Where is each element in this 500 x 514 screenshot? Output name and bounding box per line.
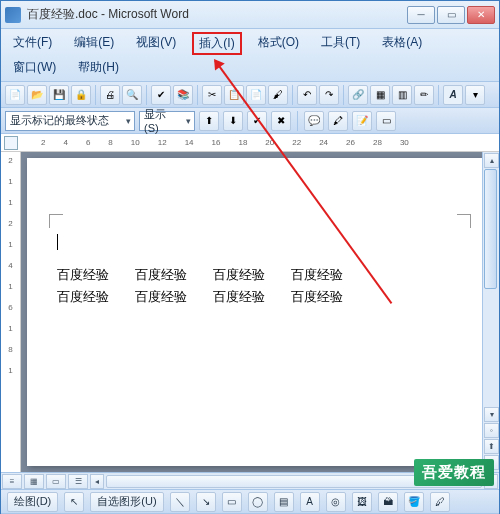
menu-window[interactable]: 窗口(W) (7, 57, 62, 78)
picture-icon[interactable]: 🏔 (378, 492, 398, 512)
separator (146, 85, 147, 105)
drawing-icon[interactable]: ✏ (414, 85, 434, 105)
reviewing-toolbar: 显示标记的最终状态 显示(S) ⬆ ⬇ ✔ ✖ 💬 🖍 📝 ▭ (1, 108, 499, 134)
display-mode-label: 显示标记的最终状态 (10, 113, 109, 128)
research-icon[interactable]: 📚 (173, 85, 193, 105)
minimize-button[interactable]: ─ (407, 6, 435, 24)
horizontal-ruler[interactable]: 246 81012 141618 202224 262830 (1, 134, 499, 152)
font-style-icon[interactable]: A (443, 85, 463, 105)
autoshapes-menu[interactable]: 自选图形(U) (90, 492, 163, 512)
display-mode-combo[interactable]: 显示标记的最终状态 (5, 111, 135, 131)
wordart-icon[interactable]: A (300, 492, 320, 512)
menu-view[interactable]: 视图(V) (130, 32, 182, 55)
menu-edit[interactable]: 编辑(E) (68, 32, 120, 55)
redo-icon[interactable]: ↷ (319, 85, 339, 105)
document-page[interactable]: 百度经验百度经验百度经验百度经验 百度经验百度经验百度经验百度经验 (27, 158, 493, 466)
menu-table[interactable]: 表格(A) (376, 32, 428, 55)
clipart-icon[interactable]: 🖼 (352, 492, 372, 512)
text-row: 百度经验百度经验百度经验百度经验 (57, 264, 463, 286)
select-objects-icon[interactable]: ↖ (64, 492, 84, 512)
ruler-ticks: 246 81012 141618 202224 262830 (31, 138, 499, 147)
outline-view-icon[interactable]: ☰ (68, 474, 88, 489)
document-area: 211 214 161 81 百度经验百度经验百度经验百度经验 百度经验百度经验… (1, 152, 499, 472)
show-combo[interactable]: 显示(S) (139, 111, 195, 131)
prev-page-icon[interactable]: ⬆ (484, 439, 499, 454)
next-change-icon[interactable]: ⬇ (223, 111, 243, 131)
margin-mark-top-right (457, 214, 471, 228)
arrow-icon[interactable]: ↘ (196, 492, 216, 512)
line-color-icon[interactable]: 🖊 (430, 492, 450, 512)
line-icon[interactable]: ＼ (170, 492, 190, 512)
vertical-scrollbar[interactable]: ▴ ▾ ◦ ⬆ ⬇ (482, 152, 499, 472)
word-app-icon (5, 7, 21, 23)
spellcheck-icon[interactable]: ✔ (151, 85, 171, 105)
undo-icon[interactable]: ↶ (297, 85, 317, 105)
menu-help[interactable]: 帮助(H) (72, 57, 125, 78)
chevron-down-icon[interactable]: ▾ (465, 85, 485, 105)
menu-format[interactable]: 格式(O) (252, 32, 305, 55)
show-label: 显示(S) (144, 107, 178, 134)
prev-change-icon[interactable]: ⬆ (199, 111, 219, 131)
menu-file[interactable]: 文件(F) (7, 32, 58, 55)
titlebar: 百度经验.doc - Microsoft Word ─ ▭ ✕ (1, 1, 499, 29)
menubar: 文件(F) 编辑(E) 视图(V) 插入(I) 格式(O) 工具(T) 表格(A… (1, 29, 499, 82)
track-changes-icon[interactable]: 📝 (352, 111, 372, 131)
menu-insert[interactable]: 插入(I) (192, 32, 241, 55)
separator (95, 85, 96, 105)
close-button[interactable]: ✕ (467, 6, 495, 24)
permissions-icon[interactable]: 🔒 (71, 85, 91, 105)
hyperlink-icon[interactable]: 🔗 (348, 85, 368, 105)
drawing-toolbar: 绘图(D) ↖ 自选图形(U) ＼ ↘ ▭ ◯ ▤ A ◎ 🖼 🏔 🪣 🖊 (1, 489, 499, 513)
text-cursor (57, 234, 58, 250)
ruler-corner (4, 136, 18, 150)
document-text: 百度经验百度经验百度经验百度经验 百度经验百度经验百度经验百度经验 (57, 264, 463, 308)
draw-menu[interactable]: 绘图(D) (7, 492, 58, 512)
oval-icon[interactable]: ◯ (248, 492, 268, 512)
rectangle-icon[interactable]: ▭ (222, 492, 242, 512)
reviewing-pane-icon[interactable]: ▭ (376, 111, 396, 131)
print-icon[interactable]: 🖨 (100, 85, 120, 105)
word-window: 百度经验.doc - Microsoft Word ─ ▭ ✕ 文件(F) 编辑… (0, 0, 500, 514)
print-view-icon[interactable]: ▭ (46, 474, 66, 489)
standard-toolbar: 📄 📂 💾 🔒 🖨 🔍 ✔ 📚 ✂ 📋 📄 🖌 ↶ ↷ 🔗 ▦ ▥ ✏ A ▾ (1, 82, 499, 108)
save-icon[interactable]: 💾 (49, 85, 69, 105)
window-controls: ─ ▭ ✕ (407, 6, 495, 24)
browse-object-icon[interactable]: ◦ (484, 423, 499, 438)
scroll-up-icon[interactable]: ▴ (484, 153, 499, 168)
comment-icon[interactable]: 💬 (304, 111, 324, 131)
margin-mark-top-left (49, 214, 63, 228)
textbox-icon[interactable]: ▤ (274, 492, 294, 512)
separator (438, 85, 439, 105)
new-doc-icon[interactable]: 📄 (5, 85, 25, 105)
separator (197, 85, 198, 105)
web-view-icon[interactable]: ▦ (24, 474, 44, 489)
columns-icon[interactable]: ▥ (392, 85, 412, 105)
format-painter-icon[interactable]: 🖌 (268, 85, 288, 105)
separator (292, 85, 293, 105)
fill-color-icon[interactable]: 🪣 (404, 492, 424, 512)
watermark-logo: 吾爱教程 (414, 459, 494, 486)
scrollbar-thumb[interactable] (484, 169, 497, 289)
table-icon[interactable]: ▦ (370, 85, 390, 105)
menu-tools[interactable]: 工具(T) (315, 32, 366, 55)
vertical-ruler[interactable]: 211 214 161 81 (1, 152, 21, 472)
separator (297, 111, 298, 131)
scroll-down-icon[interactable]: ▾ (484, 407, 499, 422)
preview-icon[interactable]: 🔍 (122, 85, 142, 105)
open-icon[interactable]: 📂 (27, 85, 47, 105)
cut-icon[interactable]: ✂ (202, 85, 222, 105)
diagram-icon[interactable]: ◎ (326, 492, 346, 512)
separator (343, 85, 344, 105)
highlight-icon[interactable]: 🖍 (328, 111, 348, 131)
normal-view-icon[interactable]: ≡ (2, 474, 22, 489)
maximize-button[interactable]: ▭ (437, 6, 465, 24)
reject-change-icon[interactable]: ✖ (271, 111, 291, 131)
paste-icon[interactable]: 📄 (246, 85, 266, 105)
window-title: 百度经验.doc - Microsoft Word (27, 6, 407, 23)
text-row: 百度经验百度经验百度经验百度经验 (57, 286, 463, 308)
scroll-left-icon[interactable]: ◂ (90, 474, 104, 489)
